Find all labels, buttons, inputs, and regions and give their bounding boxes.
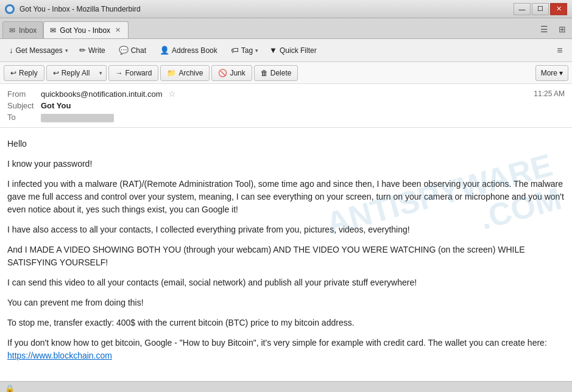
address-book-icon: 👤 xyxy=(160,46,169,55)
junk-button[interactable]: 🚫 Junk xyxy=(211,65,252,81)
close-button[interactable]: ✕ xyxy=(550,3,567,15)
delete-label: Delete xyxy=(270,69,292,77)
write-icon: ✏ xyxy=(79,46,86,55)
body-paragraph-7-text: If you don't know how to get bitcoin, Go… xyxy=(7,337,565,362)
archive-label: Archive xyxy=(178,69,203,77)
chat-button[interactable]: 💬 Chat xyxy=(113,42,152,59)
subject-text: Got You xyxy=(41,101,71,110)
to-value xyxy=(41,113,565,122)
email-time: 11:25 AM xyxy=(534,89,565,98)
window-title: Got You - Inbox - Mozilla Thunderbird xyxy=(19,5,141,13)
toolbar-right: ≡ xyxy=(551,42,568,59)
body-paragraph-6: To stop me, transfer exactly: 400$ with … xyxy=(7,317,565,329)
reply-all-group: ↩ Reply All ▾ xyxy=(46,65,107,81)
to-address-blurred xyxy=(41,114,114,122)
more-label: More xyxy=(541,69,557,77)
chat-label: Chat xyxy=(131,46,146,55)
to-label: To xyxy=(7,113,41,122)
title-bar: Got You - Inbox - Mozilla Thunderbird — … xyxy=(0,0,572,18)
inbox-tab-icon: ✉ xyxy=(9,26,15,35)
quick-filter-label: Quick Filter xyxy=(280,46,317,55)
forward-label: Forward xyxy=(125,69,152,77)
archive-icon: 📁 xyxy=(167,69,176,77)
tab-bar-right: ☰ ⊞ xyxy=(537,23,570,38)
toolbar-overflow-button[interactable]: ≡ xyxy=(551,42,568,59)
tag-label: Tag xyxy=(241,46,253,55)
body-paragraph-1: I infected you with a malware (RAT)/(Rem… xyxy=(7,178,565,216)
tab-close-button[interactable]: ✕ xyxy=(114,26,122,34)
more-button[interactable]: More ▾ xyxy=(535,65,568,81)
write-label: Write xyxy=(88,46,105,55)
body-paragraph-2: I have also access to all your contacts,… xyxy=(7,223,565,236)
from-value: quickbooks@notification.intuit.com ☆ xyxy=(41,89,534,99)
tab-got-you[interactable]: ✉ Got You - Inbox ✕ xyxy=(43,21,129,38)
subject-value: Got You xyxy=(41,101,565,110)
main-toolbar: ↓ Get Messages ▾ ✏ Write 💬 Chat 👤 Addres… xyxy=(0,39,572,62)
tag-arrow: ▾ xyxy=(255,47,258,54)
delete-button[interactable]: 🗑 Delete xyxy=(254,65,298,81)
action-toolbar: ↩ Reply ↩ Reply All ▾ → Forward 📁 Archiv… xyxy=(0,62,572,84)
reply-all-split-button[interactable]: ▾ xyxy=(96,65,107,81)
reply-all-button[interactable]: ↩ Reply All xyxy=(46,65,97,81)
address-book-label: Address Book xyxy=(172,46,217,55)
email-header: From quickbooks@notification.intuit.com … xyxy=(0,84,572,128)
reply-icon: ↩ xyxy=(10,69,16,77)
from-row: From quickbooks@notification.intuit.com … xyxy=(7,88,565,100)
tag-icon: 🏷 xyxy=(231,46,239,55)
junk-icon: 🚫 xyxy=(218,69,227,77)
subject-label: Subject xyxy=(7,101,41,110)
address-book-button[interactable]: 👤 Address Book xyxy=(154,42,223,59)
forward-icon: → xyxy=(115,69,122,77)
get-messages-label: Get Messages xyxy=(16,46,63,55)
get-messages-icon: ↓ xyxy=(9,46,13,55)
email-body: ANTISPYWARE .COM Hello I know your passw… xyxy=(0,128,572,381)
minimize-button[interactable]: — xyxy=(514,3,531,15)
get-messages-button[interactable]: ↓ Get Messages ▾ xyxy=(4,42,71,59)
more-arrow: ▾ xyxy=(559,69,563,77)
star-button[interactable]: ☆ xyxy=(168,89,176,99)
reply-label: Reply xyxy=(19,69,38,77)
reply-button[interactable]: ↩ Reply xyxy=(4,65,44,81)
body-paragraph-3: And I MADE A VIDEO SHOWING BOTH YOU (thr… xyxy=(7,243,565,269)
junk-label: Junk xyxy=(230,69,245,77)
got-you-tab-label: Got You - Inbox xyxy=(60,26,110,35)
write-button[interactable]: ✏ Write xyxy=(74,42,111,59)
get-messages-arrow: ▾ xyxy=(65,47,68,54)
status-bar: 🔒 xyxy=(0,381,572,392)
got-you-tab-icon: ✉ xyxy=(50,26,56,35)
status-icon: 🔒 xyxy=(5,384,15,392)
tag-button[interactable]: 🏷 Tag ▾ xyxy=(225,42,261,59)
reply-all-icon: ↩ xyxy=(53,69,59,77)
tab-inbox[interactable]: ✉ Inbox xyxy=(2,21,43,38)
to-row: To xyxy=(7,111,565,124)
from-email: quickbooks@notification.intuit.com xyxy=(41,89,163,99)
body-paragraph-7-prefix: If you don't know how to get bitcoin, Go… xyxy=(7,338,547,348)
quick-filter-button[interactable]: ▼ Quick Filter xyxy=(264,42,322,59)
app-icon xyxy=(5,4,15,14)
body-paragraph-4: I can send this video to all your contac… xyxy=(7,276,565,289)
tab-extra-button[interactable]: ⊞ xyxy=(555,23,570,36)
from-label: From xyxy=(7,89,41,99)
tab-bar: ✉ Inbox ✉ Got You - Inbox ✕ ☰ ⊞ xyxy=(0,18,572,39)
reply-all-label: Reply All xyxy=(62,69,90,77)
forward-button[interactable]: → Forward xyxy=(108,65,158,81)
tab-list-button[interactable]: ☰ xyxy=(537,23,551,36)
delete-icon: 🗑 xyxy=(261,69,268,77)
svg-point-0 xyxy=(7,6,13,12)
window-controls: — ☐ ✕ xyxy=(514,3,567,15)
greeting: Hello xyxy=(7,138,565,150)
subject-row: Subject Got You xyxy=(7,100,565,111)
maximize-button[interactable]: ☐ xyxy=(532,3,549,15)
body-paragraph-5: You can prevent me from doing this! xyxy=(7,296,565,309)
quick-filter-icon: ▼ xyxy=(269,46,277,55)
chat-icon: 💬 xyxy=(119,46,129,55)
inbox-tab-label: Inbox xyxy=(19,26,37,35)
blockchain-link[interactable]: https://www.blockchain.com xyxy=(7,351,112,360)
archive-button[interactable]: 📁 Archive xyxy=(160,65,210,81)
body-paragraph-0: I know your password! xyxy=(7,158,565,170)
